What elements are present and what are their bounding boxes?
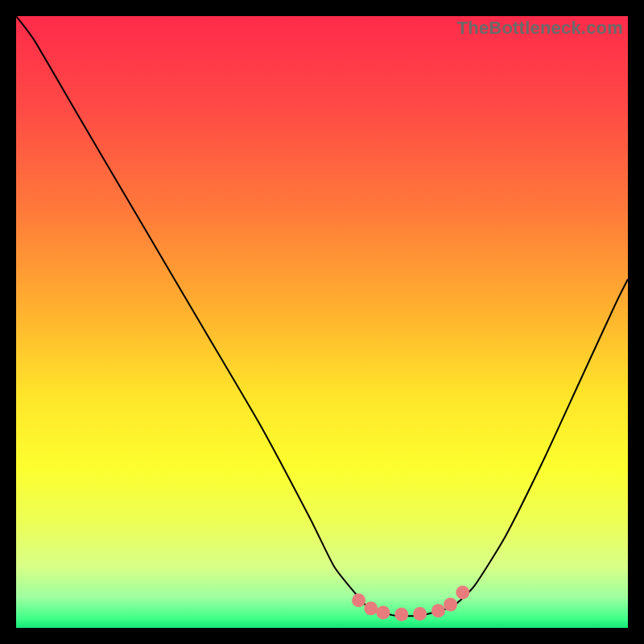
optimal-marker (444, 598, 457, 612)
optimal-marker (413, 607, 427, 621)
optimal-marker (364, 601, 378, 615)
chart-frame: TheBottleneck.com (16, 16, 628, 628)
watermark-text: TheBottleneck.com (457, 18, 623, 39)
optimal-marker (456, 585, 469, 599)
plot-area: TheBottleneck.com (16, 16, 628, 628)
optimal-marker (352, 593, 365, 607)
optimal-marker (394, 608, 408, 621)
bottleneck-curve (16, 16, 628, 616)
optimal-marker (377, 606, 390, 620)
chart-svg (16, 16, 628, 628)
optimal-marker (431, 604, 445, 617)
